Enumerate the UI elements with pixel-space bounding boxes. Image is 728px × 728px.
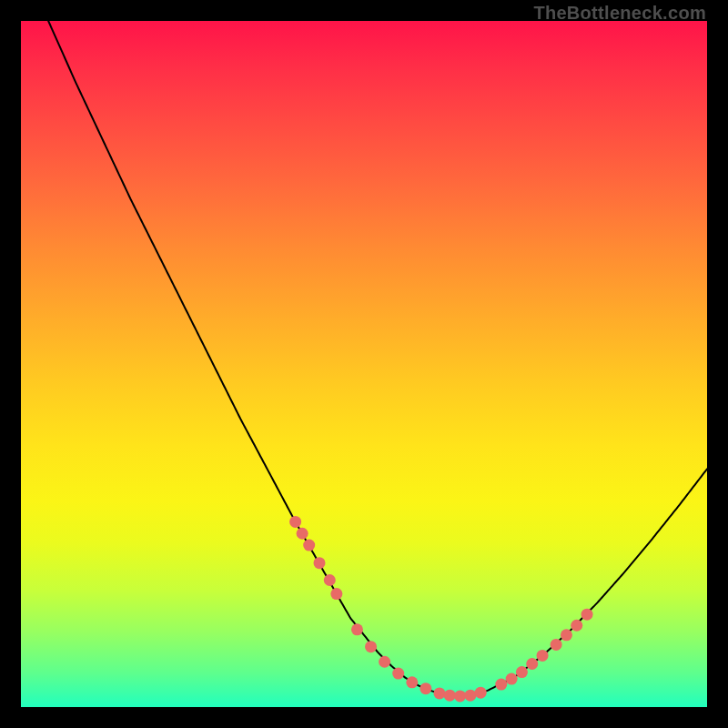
accent-dot [406, 676, 418, 688]
curve-layer [21, 21, 707, 707]
bottleneck-curve [48, 21, 707, 696]
accent-dot [351, 623, 363, 635]
accent-dot [516, 666, 528, 678]
accent-dot [551, 639, 562, 651]
accent-dot [379, 656, 390, 668]
accent-dot [297, 528, 308, 540]
accent-dot [475, 687, 487, 699]
accent-dot [464, 690, 476, 702]
accent-dot [537, 650, 549, 662]
accent-dot [581, 609, 593, 621]
plot-area [21, 21, 707, 707]
accent-dot [433, 687, 445, 699]
accent-dot [303, 540, 315, 551]
accent-dot [571, 620, 582, 632]
accent-dot [444, 690, 456, 702]
accent-dot [526, 658, 538, 670]
accent-dot [324, 574, 336, 586]
accent-dot [392, 668, 404, 680]
accent-dot [289, 516, 301, 528]
accent-dot [495, 679, 507, 691]
accent-dot [561, 629, 572, 641]
accent-dot [506, 673, 518, 685]
accent-dot [313, 557, 325, 569]
watermark-text: TheBottleneck.com [533, 3, 706, 24]
accent-dot [454, 690, 466, 702]
accent-dot [365, 641, 377, 652]
accent-dot [420, 682, 431, 694]
accent-dot [330, 588, 342, 600]
chart-stage: TheBottleneck.com [0, 0, 728, 728]
